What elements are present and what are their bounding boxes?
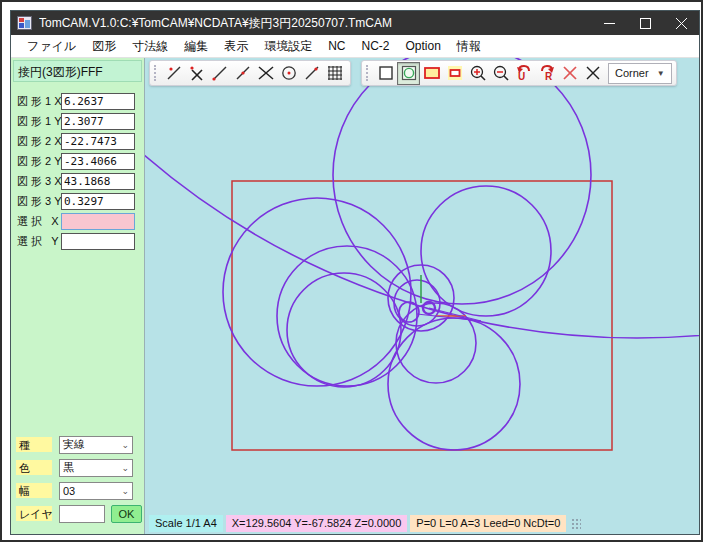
figure-fields: 図 形 1 X 図 形 1 Y 図 形 2 X 図 形 2 Y [13, 91, 142, 251]
menu-view[interactable]: 表示 [216, 35, 256, 58]
black-x-icon [583, 63, 603, 83]
status-coordinates: X=129.5604 Y=-67.5824 Z=0.0000 [226, 515, 408, 532]
ok-button[interactable]: OK [111, 505, 142, 523]
line-endpoint-icon [302, 63, 322, 83]
zoom-out-button[interactable] [489, 62, 512, 85]
layer-input[interactable] [59, 505, 105, 523]
undo-button[interactable]: U [512, 62, 535, 85]
zoom-in-icon [468, 63, 488, 83]
field-row: 図 形 3 X [13, 171, 142, 191]
line-point-tool-button[interactable] [162, 62, 185, 85]
line-startpoint-tool-button[interactable] [208, 62, 231, 85]
corner-dropdown[interactable]: Corner ▼ [608, 63, 672, 84]
menu-shape[interactable]: 図形 [84, 35, 124, 58]
status-bar: Scale 1/1 A4 X=129.5604 Y=-67.5824 Z=0.0… [149, 515, 581, 532]
grid-tool-button[interactable] [323, 62, 346, 85]
app-window: TomCAM.V1.0:C:¥TomCAM¥NCDATA¥接円3円2025070… [10, 10, 700, 535]
svg-text:U: U [518, 71, 525, 82]
redo-icon: R [537, 63, 557, 83]
toolbar-grip[interactable] [154, 65, 158, 81]
circle-in-square-button[interactable] [397, 62, 420, 85]
draw-toolbar [149, 60, 351, 86]
field-row: 図 形 1 Y [13, 111, 142, 131]
drawing-shape [388, 318, 520, 450]
menu-bar: ファイル 図形 寸法線 編集 表示 環境設定 NC NC-2 Option 情報 [11, 35, 699, 58]
figure1-x-input[interactable] [61, 93, 135, 110]
red-x-icon [560, 63, 580, 83]
chevron-down-icon: ⌄ [121, 440, 129, 450]
drawing-shape [145, 58, 699, 338]
app-icon [17, 16, 32, 30]
close-button[interactable] [663, 11, 699, 35]
undo-icon: U [514, 63, 534, 83]
figure1-y-label: 図 形 1 Y [13, 114, 61, 129]
figure1-x-label: 図 形 1 X [13, 94, 61, 109]
select-y-input[interactable] [61, 233, 135, 250]
close-icon [676, 18, 687, 29]
drawing-shape [421, 186, 551, 316]
line-point-icon [164, 63, 184, 83]
redo-button[interactable]: R [535, 62, 558, 85]
chevron-down-icon: ▼ [657, 69, 665, 78]
line-type-select[interactable]: 実線⌄ [59, 436, 133, 454]
figure3-x-label: 図 形 3 X [13, 174, 61, 189]
cross-point-tool-button[interactable] [185, 62, 208, 85]
menu-file[interactable]: ファイル [19, 35, 84, 58]
drawing-area[interactable]: U R Corner ▼ [144, 58, 699, 534]
square-outline-button[interactable] [374, 62, 397, 85]
minimize-button[interactable] [591, 11, 627, 35]
line-type-label: 種 [16, 437, 52, 452]
view-toolbar: U R Corner ▼ [361, 60, 677, 86]
line-type-row: 種 実線⌄ [13, 434, 142, 455]
maximize-button[interactable] [627, 11, 663, 35]
line-endpoint-tool-button[interactable] [300, 62, 323, 85]
figure3-x-input[interactable] [61, 173, 135, 190]
chevron-down-icon: ⌄ [121, 486, 129, 496]
menu-dimension[interactable]: 寸法線 [124, 35, 176, 58]
statusbar-grip[interactable] [571, 518, 581, 530]
delete-black-button[interactable] [581, 62, 604, 85]
figure3-y-label: 図 形 3 Y [13, 194, 61, 209]
select-x-label: 選 択 X [13, 214, 61, 229]
style-controls: 種 実線⌄ 色 黒⌄ 幅 03⌄ レイヤ OK [13, 434, 142, 524]
circle-center-tool-button[interactable] [277, 62, 300, 85]
line-midpoint-tool-button[interactable] [231, 62, 254, 85]
layer-row: レイヤ OK [13, 503, 142, 524]
drawing-canvas [145, 58, 699, 534]
toolbar-grip[interactable] [366, 65, 370, 81]
delete-red-button[interactable] [558, 62, 581, 85]
figure3-y-input[interactable] [61, 193, 135, 210]
field-row: 選 択 Y [13, 231, 142, 251]
menu-option[interactable]: Option [397, 36, 448, 56]
width-row: 幅 03⌄ [13, 480, 142, 501]
zoom-in-button[interactable] [466, 62, 489, 85]
menu-edit[interactable]: 編集 [176, 35, 216, 58]
menu-info[interactable]: 情報 [449, 35, 489, 58]
title-bar: TomCAM.V1.0:C:¥TomCAM¥NCDATA¥接円3円2025070… [11, 11, 699, 35]
line-type-value: 実線 [63, 437, 85, 452]
color-label: 色 [16, 460, 52, 475]
window-title: TomCAM.V1.0:C:¥TomCAM¥NCDATA¥接円3円2025070… [39, 15, 392, 32]
figure1-y-input[interactable] [61, 113, 135, 130]
figure2-y-label: 図 形 2 Y [13, 154, 61, 169]
menu-nc[interactable]: NC [320, 36, 353, 56]
maximize-icon [640, 18, 651, 29]
sidebar-panel: 接円(3図形)FFF 図 形 1 X 図 形 1 Y 図 形 2 X [11, 58, 144, 534]
filled-rect-button[interactable] [420, 62, 443, 85]
filled-rect-icon [422, 63, 442, 83]
small-rect-button[interactable] [443, 62, 466, 85]
color-select[interactable]: 黒⌄ [59, 459, 133, 477]
grid-icon [325, 63, 345, 83]
width-select[interactable]: 03⌄ [59, 482, 133, 500]
select-x-input[interactable] [61, 213, 135, 230]
status-counters: P=0 L=0 A=3 Leed=0 NcDt=0 [410, 515, 566, 532]
cross-lines-icon [256, 63, 276, 83]
menu-environment[interactable]: 環境設定 [256, 35, 320, 58]
chevron-down-icon: ⌄ [121, 463, 129, 473]
figure2-x-input[interactable] [61, 133, 135, 150]
figure2-x-label: 図 形 2 X [13, 134, 61, 149]
cross-lines-tool-button[interactable] [254, 62, 277, 85]
figure2-y-input[interactable] [61, 153, 135, 170]
screenshot-frame: TomCAM.V1.0:C:¥TomCAM¥NCDATA¥接円3円2025070… [0, 0, 703, 542]
menu-nc2[interactable]: NC-2 [353, 36, 397, 56]
